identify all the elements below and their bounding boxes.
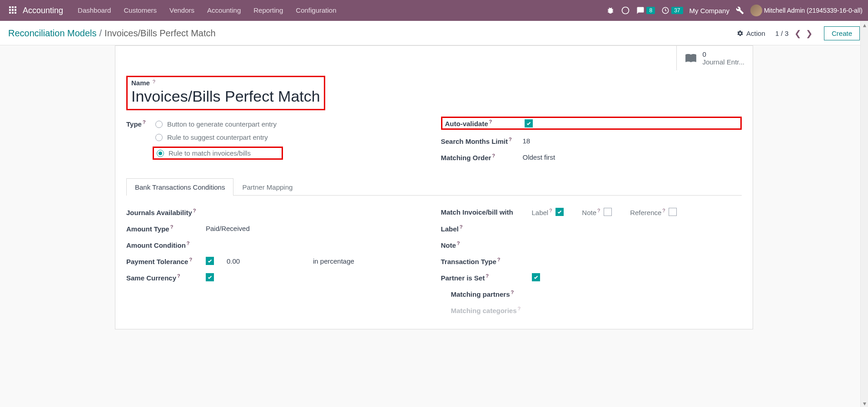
name-highlight-box: Name ? Invoices/Bills Perfect Match <box>126 76 325 110</box>
match-ref-checkbox[interactable] <box>669 208 677 216</box>
book-icon <box>685 52 697 65</box>
svg-point-9 <box>625 10 627 12</box>
pager-text[interactable]: 1 / 3 <box>775 29 789 37</box>
search-months-help-icon[interactable]: ? <box>509 137 512 142</box>
svg-rect-4 <box>12 9 14 11</box>
form-sheet: 0 Journal Entr... Name ? Invoices/Bills … <box>115 45 753 329</box>
matching-categories-label: Matching categories <box>451 307 517 314</box>
radio-icon <box>157 150 164 157</box>
tools-icon[interactable] <box>736 6 744 15</box>
check-label-help-icon[interactable]: ? <box>549 208 552 213</box>
auto-validate-highlight-box: Auto-validate? <box>441 117 742 130</box>
payment-tol-unit[interactable]: in percentage <box>313 257 354 265</box>
auto-validate-checkbox[interactable] <box>525 119 533 127</box>
payment-tol-value[interactable]: 0.00 <box>227 257 313 265</box>
match-label-checkbox[interactable] <box>556 208 564 216</box>
trans-type-help-icon[interactable]: ? <box>497 257 501 262</box>
partner-set-checkbox[interactable] <box>532 273 540 281</box>
matching-order-value[interactable]: Oldest first <box>523 153 556 161</box>
menu-accounting[interactable]: Accounting <box>201 0 247 21</box>
type-option-3[interactable]: Rule to match invoices/bills <box>153 147 283 160</box>
matching-partners-help-icon[interactable]: ? <box>511 289 514 295</box>
messaging-icon[interactable]: 8 <box>636 6 655 15</box>
user-name: Mitchell Admin (21945339-16-0-all) <box>764 7 863 14</box>
note-help-icon[interactable]: ? <box>457 240 460 246</box>
svg-rect-2 <box>15 6 16 8</box>
stat-journal-entries[interactable]: 0 Journal Entr... <box>676 46 753 70</box>
svg-rect-1 <box>12 6 14 8</box>
same-currency-checkbox[interactable] <box>206 273 214 281</box>
type-help-icon[interactable]: ? <box>143 119 146 125</box>
tab-partner-mapping[interactable]: Partner Mapping <box>233 178 301 196</box>
svg-rect-8 <box>15 12 16 14</box>
name-label: Name <box>131 79 150 87</box>
check-note-help-icon[interactable]: ? <box>597 208 600 213</box>
type-option-2[interactable]: Rule to suggest counterpart entry <box>155 133 283 141</box>
name-help-icon[interactable]: ? <box>153 79 155 84</box>
apps-icon[interactable] <box>5 5 20 17</box>
auto-validate-label: Auto-validate <box>445 120 488 127</box>
pager: 1 / 3 ❮ ❯ <box>775 29 814 39</box>
payment-tol-help-icon[interactable]: ? <box>189 257 192 262</box>
payment-tolerance-checkbox[interactable] <box>206 257 214 265</box>
scroll-up-icon[interactable]: ▴ <box>861 21 868 29</box>
bug-icon[interactable] <box>606 6 615 15</box>
type-option-1[interactable]: Button to generate counterpart entry <box>155 120 283 128</box>
partner-set-help-icon[interactable]: ? <box>486 273 489 279</box>
menu-configuration[interactable]: Configuration <box>289 0 342 21</box>
breadcrumb: Reconciliation Models / Invoices/Bills P… <box>8 28 216 39</box>
scrollbar[interactable]: ▴ ▾ <box>860 21 868 338</box>
payment-tol-label: Payment Tolerance <box>126 258 188 265</box>
check-ref-label: Reference? <box>630 208 665 216</box>
tab-bank-conditions[interactable]: Bank Transactions Conditions <box>126 178 233 196</box>
check-ref-help-icon[interactable]: ? <box>662 208 665 213</box>
amount-type-label: Amount Type <box>126 225 169 233</box>
pager-next[interactable]: ❯ <box>804 29 814 39</box>
auto-validate-help-icon[interactable]: ? <box>489 119 492 124</box>
label-row-label: Label <box>441 225 459 233</box>
check-label-label: Label? <box>532 208 552 216</box>
journals-help-icon[interactable]: ? <box>193 208 196 213</box>
match-with-label: Match Invoice/bill with <box>441 208 513 216</box>
same-currency-help-icon[interactable]: ? <box>177 273 180 279</box>
action-dropdown[interactable]: Action <box>737 29 765 37</box>
activities-icon[interactable]: 37 <box>661 6 683 15</box>
radio-icon <box>155 121 163 128</box>
user-menu[interactable]: Mitchell Admin (21945339-16-0-all) <box>750 5 863 16</box>
match-note-checkbox[interactable] <box>604 208 612 216</box>
company-switcher[interactable]: My Company <box>689 7 729 15</box>
trans-type-label: Transaction Type <box>441 258 496 265</box>
svg-rect-6 <box>9 12 11 14</box>
stat-count: 0 <box>702 50 744 58</box>
breadcrumb-parent[interactable]: Reconciliation Models <box>8 28 97 39</box>
matching-categories-help-icon[interactable]: ? <box>518 306 521 311</box>
amount-type-value[interactable]: Paid/Received <box>206 225 250 232</box>
support-icon[interactable] <box>621 6 630 15</box>
partner-set-label: Partner is Set <box>441 274 485 282</box>
check-note-label: Note? <box>582 208 600 216</box>
brand-title[interactable]: Accounting <box>23 6 63 15</box>
type-radio-group: Button to generate counterpart entry Rul… <box>155 120 283 160</box>
pager-prev[interactable]: ❮ <box>793 29 803 39</box>
top-nav: Accounting Dashboard Customers Vendors A… <box>0 0 868 21</box>
create-button[interactable]: Create <box>824 26 860 40</box>
menu-reporting[interactable]: Reporting <box>247 0 289 21</box>
breadcrumb-current: Invoices/Bills Perfect Match <box>104 28 216 39</box>
menu-customers[interactable]: Customers <box>117 0 163 21</box>
notebook-tabs: Bank Transactions Conditions Partner Map… <box>126 178 742 196</box>
amount-type-help-icon[interactable]: ? <box>170 224 174 230</box>
systray: 8 37 My Company Mitchell Admin (21945339… <box>606 5 863 16</box>
svg-rect-0 <box>9 6 11 8</box>
menu-dashboard[interactable]: Dashboard <box>71 0 117 21</box>
control-panel: Reconciliation Models / Invoices/Bills P… <box>0 21 868 45</box>
amount-cond-help-icon[interactable]: ? <box>187 240 190 246</box>
menu-vendors[interactable]: Vendors <box>163 0 201 21</box>
matching-order-help-icon[interactable]: ? <box>492 153 495 158</box>
same-currency-label: Same Currency <box>126 274 176 282</box>
name-value[interactable]: Invoices/Bills Perfect Match <box>131 88 320 105</box>
label-help-icon[interactable]: ? <box>460 224 463 230</box>
search-months-value[interactable]: 18 <box>523 137 531 145</box>
messaging-badge: 8 <box>646 7 655 14</box>
gear-icon <box>737 30 744 37</box>
svg-rect-5 <box>15 9 16 11</box>
